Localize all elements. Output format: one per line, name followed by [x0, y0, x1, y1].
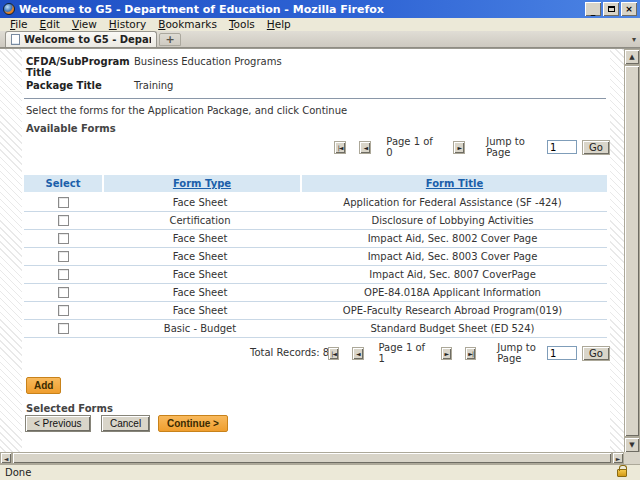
form-title-cell: Impact Aid, Sec. 8002 Cover Page: [298, 233, 607, 244]
table-body: Face Sheet Application for Federal Assis…: [24, 194, 607, 338]
previous-button[interactable]: < Previous: [25, 415, 91, 432]
window-title: Welcome to G5 - Department of Education …: [19, 3, 585, 16]
first-page-button[interactable]: |◄: [328, 347, 339, 360]
bottom-pager: |◄ ◄ Page 1 of 1 ► ►| Jump to Page Go: [328, 345, 610, 361]
menu-tools[interactable]: Tools: [223, 18, 261, 31]
jump-to-page-input[interactable]: [547, 346, 577, 360]
form-title-cell: Impact Aid, Sec. 8007 CoverPage: [298, 269, 607, 280]
forms-table: Select Form Type Form Title Face Sheet A…: [24, 175, 607, 338]
menu-bookmarks[interactable]: Bookmarks: [152, 18, 223, 31]
page-margin-right: [610, 49, 624, 453]
prev-page-button[interactable]: ◄: [359, 141, 371, 154]
tab-active[interactable]: Welcome to G5 - Department of Edu...: [5, 31, 157, 47]
first-page-button[interactable]: |◄: [334, 141, 346, 154]
field-cfda-subprogram: CFDA/SubProgram Title Business Education…: [26, 56, 282, 78]
jump-to-page-label: Jump to Page: [497, 342, 542, 364]
jump-to-page: Jump to Page Go: [486, 136, 610, 158]
vertical-scrollbar[interactable]: ▲ ▼: [624, 49, 640, 453]
row-checkbox[interactable]: [58, 233, 69, 244]
status-text: Done: [5, 467, 31, 478]
page-icon: [11, 34, 20, 45]
next-page-button[interactable]: ►: [441, 347, 452, 360]
header-select: Select: [24, 175, 102, 192]
horizontal-scroll-thumb[interactable]: [12, 452, 612, 464]
field-value: Training: [134, 80, 173, 91]
header-form-type[interactable]: Form Type: [104, 175, 300, 192]
menu-edit[interactable]: Edit: [34, 18, 66, 31]
form-type-cell: Face Sheet: [102, 197, 298, 208]
horizontal-scrollbar[interactable]: ◄ ►: [0, 452, 624, 464]
scroll-down-icon[interactable]: ▼: [624, 437, 640, 453]
next-page-button[interactable]: ►: [453, 141, 465, 154]
field-label: Package Title: [26, 80, 134, 91]
cancel-button[interactable]: Cancel: [101, 415, 150, 432]
selected-forms-label: Selected Forms: [26, 403, 113, 414]
row-checkbox[interactable]: [58, 251, 69, 262]
form-title-cell: Disclosure of Lobbying Activities: [298, 215, 607, 226]
form-title-cell: Standard Budget Sheet (ED 524): [298, 323, 607, 334]
form-title-cell: OPE-Faculty Research Abroad Program(019): [298, 305, 607, 316]
row-checkbox[interactable]: [58, 269, 69, 280]
jump-to-page-label: Jump to Page: [486, 136, 542, 158]
field-value: Business Education Programs: [134, 56, 282, 78]
form-title-cell: Impact Aid, Sec. 8003 Cover Page: [298, 251, 607, 262]
minimize-button[interactable]: _: [585, 2, 601, 16]
page-margin-left: [0, 49, 22, 453]
form-type-cell: Face Sheet: [102, 287, 298, 298]
divider: [24, 98, 606, 99]
scroll-left-icon[interactable]: ◄: [0, 452, 12, 464]
form-type-cell: Face Sheet: [102, 251, 298, 262]
restore-icon: [608, 6, 615, 12]
form-type-cell: Basic - Budget: [102, 323, 298, 334]
scroll-right-icon[interactable]: ►: [612, 452, 624, 464]
table-row: Face Sheet OPE-Faculty Research Abroad P…: [24, 302, 607, 320]
vertical-scroll-thumb[interactable]: [624, 65, 640, 437]
go-button[interactable]: Go: [582, 140, 610, 155]
continue-button[interactable]: Continue >: [158, 415, 228, 432]
horizontal-scrollbar-row: ◄ ►: [0, 452, 640, 464]
close-button[interactable]: ×: [621, 2, 637, 16]
table-header: Select Form Type Form Title: [24, 175, 607, 192]
row-checkbox[interactable]: [58, 287, 69, 298]
field-label: CFDA/SubProgram Title: [26, 56, 134, 78]
available-forms-label: Available Forms: [26, 123, 116, 134]
prev-page-button[interactable]: ◄: [352, 347, 363, 360]
table-row: Face Sheet Impact Aid, Sec. 8003 Cover P…: [24, 248, 607, 266]
page-indicator: Page 1 of 0: [384, 136, 440, 158]
close-icon: ×: [625, 5, 633, 14]
minimize-icon: _: [591, 7, 596, 16]
table-row: Certification Disclosure of Lobbying Act…: [24, 212, 607, 230]
scrollbar-corner: [624, 452, 640, 464]
scroll-up-icon[interactable]: ▲: [624, 49, 640, 65]
menu-view[interactable]: View: [66, 18, 103, 31]
browser-window: Welcome to G5 - Department of Education …: [0, 0, 640, 480]
row-checkbox[interactable]: [58, 305, 69, 316]
add-button[interactable]: Add: [26, 377, 61, 394]
jump-to-page-input[interactable]: [547, 140, 577, 154]
row-checkbox[interactable]: [58, 215, 69, 226]
field-package-title: Package Title Training: [26, 80, 173, 91]
restore-button[interactable]: [603, 2, 619, 16]
table-row: Face Sheet Application for Federal Assis…: [24, 194, 607, 212]
status-bar: Done: [0, 464, 640, 480]
window-controls: _ ×: [585, 2, 637, 16]
menu-file[interactable]: File: [4, 18, 34, 31]
form-title-cell: OPE-84.018A Applicant Information: [298, 287, 607, 298]
form-title-cell: Application for Federal Assistance (SF -…: [298, 197, 607, 208]
form-type-cell: Face Sheet: [102, 269, 298, 280]
total-records: Total Records: 8: [250, 347, 329, 358]
list-tabs-chevron-icon[interactable]: ▾: [632, 35, 636, 44]
firefox-icon: [3, 3, 15, 15]
menu-help[interactable]: Help: [261, 18, 297, 31]
menu-history[interactable]: History: [103, 18, 152, 31]
header-form-title[interactable]: Form Title: [302, 175, 607, 192]
row-checkbox[interactable]: [58, 323, 69, 334]
last-page-button[interactable]: ►|: [465, 347, 476, 360]
form-type-cell: Face Sheet: [102, 305, 298, 316]
go-button[interactable]: Go: [582, 346, 610, 361]
tab-title: Welcome to G5 - Department of Edu...: [24, 34, 151, 45]
form-type-cell: Face Sheet: [102, 233, 298, 244]
table-row: Face Sheet OPE-84.018A Applicant Informa…: [24, 284, 607, 302]
new-tab-button[interactable]: +: [159, 33, 181, 46]
row-checkbox[interactable]: [58, 197, 69, 208]
